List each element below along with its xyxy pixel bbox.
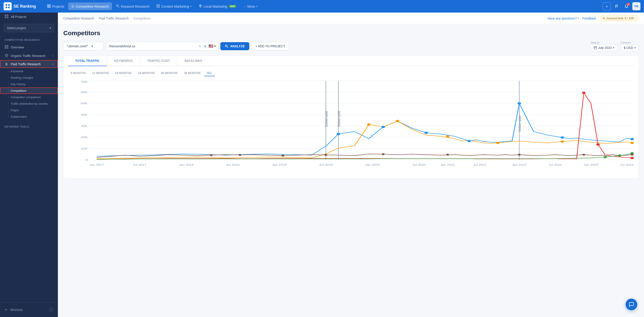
content-marketing-icon (156, 4, 160, 8)
analyze-button[interactable]: ANALYZE (220, 42, 249, 50)
time-btn-18m[interactable]: 18 MONTHS (112, 70, 134, 76)
breadcrumb-competitive-research[interactable]: Competitive Research (63, 16, 94, 20)
nav-projects[interactable]: Projects (44, 2, 67, 10)
svg-text:Jul 2021: Jul 2021 (473, 164, 486, 166)
nav-keyword-research[interactable]: Keyword Research (113, 2, 152, 10)
add-to-project-button[interactable]: + ADD TO PROJECT (252, 42, 289, 50)
nav-competitive-research[interactable]: ⊙ Competitive Research (68, 2, 112, 10)
svg-text:Jan 2019: Jan 2019 (272, 164, 287, 166)
svg-point-78 (631, 154, 634, 156)
currency-select[interactable]: $ USD ▾ (621, 44, 638, 51)
svg-point-60 (446, 135, 450, 138)
domain-select[interactable]: *.domain.com/* ▾ (63, 42, 104, 50)
svg-text:Jul 2020: Jul 2020 (412, 164, 426, 166)
nav-local-marketing-label: Local Marketing (204, 4, 227, 8)
search-input[interactable] (108, 42, 197, 50)
minimize-item[interactable]: Minimize ? (0, 305, 58, 314)
main-content: Competitive Research › Paid Traffic Rese… (58, 12, 644, 317)
sidebar-sub-subdomains[interactable]: Subdomains (0, 113, 58, 120)
help-dropdown-icon: ▾ (578, 17, 579, 19)
svg-text:Jan 2018: Jan 2018 (179, 164, 194, 166)
sidebar-item-paid-traffic-research[interactable]: $ Paid Traffic Research › (0, 60, 58, 68)
account-limit-sup: i (635, 17, 636, 19)
svg-point-67 (604, 156, 607, 158)
help-link[interactable]: Have any questions? ▾ (548, 16, 579, 20)
search-input-wrap: ✕ G 🇺🇸 ▾ (106, 42, 218, 50)
sidebar-item-all-projects[interactable]: All Projects (0, 12, 58, 21)
sidebar-sub-traffic-distribution[interactable]: Traffic distribution by country (0, 100, 58, 107)
svg-point-51 (336, 133, 340, 135)
nav-keyword-research-label: Keyword Research (121, 4, 150, 8)
nav-competitive-research-label: Competitive Research (76, 4, 109, 8)
sidebar: All Projects Select project ▾ COMPETITIV… (0, 12, 58, 317)
svg-point-73 (324, 154, 328, 156)
nav-more[interactable]: ··· More ▾ (240, 3, 261, 10)
sidebar-sub-competitors[interactable]: Competitors (0, 87, 58, 94)
tab-keywords[interactable]: KEYWORDS (107, 56, 140, 66)
sidebar-item-organic-traffic-research[interactable]: Organic Traffic Research › (0, 51, 58, 60)
nav-local-marketing[interactable]: Local Marketing NEW (196, 2, 239, 10)
chat-button[interactable] (626, 299, 637, 310)
project-selector[interactable]: Select project ▾ (4, 24, 54, 32)
sidebar-section-title-competitive: COMPETITIVE RESEARCH (0, 38, 58, 41)
svg-point-72 (282, 155, 284, 156)
time-btn-36m[interactable]: 36 MONTHS (181, 70, 203, 76)
svg-point-54 (468, 140, 471, 142)
minimize-icon (4, 308, 8, 312)
svg-rect-25 (594, 47, 597, 49)
svg-rect-20 (5, 47, 6, 48)
flag-button[interactable] (612, 2, 621, 10)
svg-rect-17 (7, 17, 8, 18)
tab-backlinks[interactable]: BACKLINKS (177, 56, 209, 66)
breadcrumb-actions: Have any questions? ▾ Feedback ⊘ Account… (548, 15, 638, 21)
svg-text:10K: 10K (81, 147, 88, 150)
search-engine-badge[interactable]: G 🇺🇸 ▾ (202, 44, 216, 49)
app-body: All Projects Select project ▾ COMPETITIV… (0, 12, 644, 317)
nav-more-label: More (247, 4, 255, 8)
sidebar-sub-keywords[interactable]: Keywords (0, 68, 58, 74)
page-title: Competitors (63, 29, 638, 37)
svg-rect-19 (7, 45, 8, 46)
notifications-button[interactable]: 0 (622, 2, 630, 10)
data-for-group: Data for: July 2023 ▾ (591, 41, 617, 51)
sidebar-keyword-tools-section: KEYWORD TOOLS (0, 122, 58, 132)
tab-traffic-cost[interactable]: TRAFFIC COST (140, 56, 177, 66)
svg-point-65 (596, 143, 600, 146)
organic-label: Organic Traffic Research (11, 54, 46, 58)
sidebar-sub-ads-history[interactable]: Ads History (0, 81, 58, 87)
svg-rect-16 (5, 17, 6, 18)
logo-icon (4, 2, 12, 10)
sidebar-sub-pages[interactable]: Pages (0, 107, 58, 113)
time-btn-24m[interactable]: 24 MONTHS (135, 70, 157, 76)
data-for-select[interactable]: July 2023 ▾ (591, 44, 617, 51)
sidebar-sub-competitor-comparison[interactable]: Competitor comparison (0, 94, 58, 100)
sidebar-sub-ranking-changes[interactable]: Ranking changes (0, 74, 58, 81)
svg-text:Jan 2017: Jan 2017 (89, 164, 104, 166)
organic-icon (4, 53, 8, 58)
svg-text:Jan 2022: Jan 2022 (512, 164, 527, 166)
tab-total-traffic[interactable]: TOTAL TRAFFIC (68, 56, 107, 66)
data-for-chevron: ▾ (613, 46, 614, 49)
time-btn-all[interactable]: ALL (204, 70, 215, 76)
sidebar-section-title-keyword-tools: KEYWORD TOOLS (0, 125, 58, 128)
help-label: ? (50, 309, 52, 311)
add-button[interactable]: ＋ (603, 2, 611, 10)
help-icon[interactable]: ? (49, 308, 54, 312)
clear-icon[interactable]: ✕ (198, 44, 201, 48)
time-btn-30m[interactable]: 30 MONTHS (158, 70, 180, 76)
app-name: SE Ranking (14, 4, 36, 9)
svg-text:Database update: Database update (518, 115, 522, 132)
app-logo[interactable]: SE Ranking (4, 2, 40, 10)
chart-card: TOTAL TRAFFIC KEYWORDS TRAFFIC COST BACK… (63, 56, 638, 179)
svg-point-75 (446, 154, 449, 156)
time-btn-12m[interactable]: 12 MONTHS (89, 70, 111, 76)
search-bar: *.domain.com/* ▾ ✕ G 🇺🇸 ▾ ANALYZE (63, 41, 638, 51)
svg-text:Jul 2019: Jul 2019 (319, 164, 332, 166)
feedback-link[interactable]: Feedback (582, 16, 596, 20)
sidebar-item-overview[interactable]: Overview (0, 43, 58, 51)
breadcrumb-paid-traffic[interactable]: Paid Traffic Research (99, 16, 129, 20)
nav-content-marketing[interactable]: Content Marketing ▾ (153, 2, 194, 10)
user-avatar[interactable]: YK (632, 2, 640, 10)
data-controls: Data for: July 2023 ▾ Currency: $ USD ▾ (591, 41, 638, 51)
time-btn-6m[interactable]: 6 MONTHS (68, 70, 88, 76)
